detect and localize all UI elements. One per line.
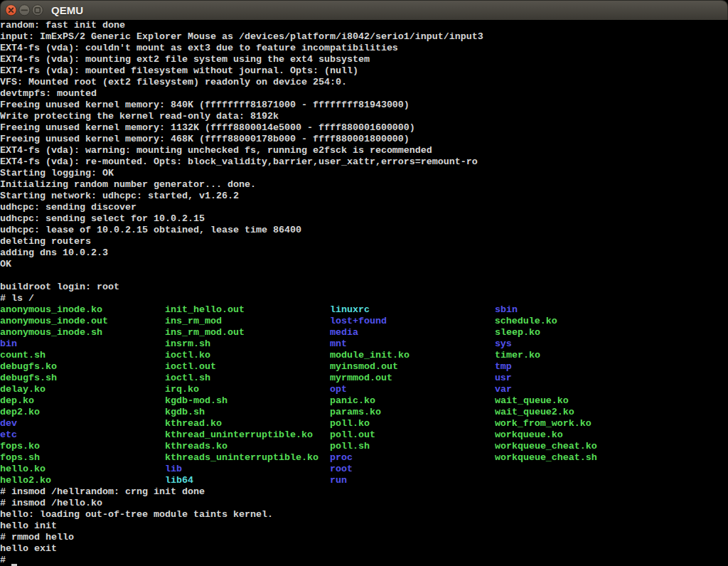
svg-text:QEMU: QEMU <box>51 4 83 16</box>
